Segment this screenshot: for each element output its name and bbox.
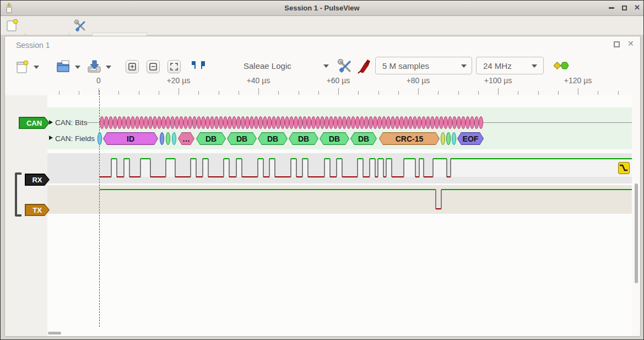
show-cursors-icon[interactable] (191, 60, 206, 74)
can-bit-annotation (360, 116, 364, 129)
can-bit-annotation (161, 116, 166, 129)
ruler-minor-tick (159, 91, 159, 95)
can-bit-annotation (285, 116, 289, 129)
can-field-annotation-crc-15: CRC-15 (379, 132, 440, 145)
ruler-minor-tick (378, 91, 379, 95)
ruler-major-tick (338, 88, 339, 95)
can-bit-annotation (329, 116, 333, 129)
vertical-scrollbar[interactable] (635, 184, 638, 283)
new-file-dropdown-arrow[interactable] (34, 66, 39, 69)
can-bit-annotation (439, 116, 443, 129)
ruler-label: +80 µs (407, 76, 430, 85)
can-bit-annotation (179, 116, 183, 129)
can-bit-annotation (241, 116, 245, 129)
can-bit-annotation (324, 116, 329, 129)
sample-count-arrow (461, 64, 467, 68)
can-bit-annotation (443, 116, 448, 129)
channels-probe-icon[interactable] (358, 58, 372, 74)
ruler-minor-tick (118, 91, 119, 95)
close-button[interactable]: ✕ (634, 5, 640, 10)
sample-count-value: 5 M samples (382, 61, 429, 71)
can-bit-annotation (104, 116, 109, 129)
zoom-fit-button[interactable] (167, 60, 181, 73)
ruler-label: 0 (96, 76, 101, 85)
can-bit-annotation (197, 116, 201, 129)
can-bit-annotation (421, 116, 426, 129)
ruler-minor-tick (438, 91, 439, 95)
can-bit-annotation (408, 116, 413, 129)
can-bit-annotation (377, 116, 382, 129)
open-file-dropdown-arrow[interactable] (75, 66, 80, 69)
can-bit-annotation (333, 116, 338, 129)
can-bit-annotation (232, 116, 236, 129)
ruler-minor-tick (198, 91, 199, 95)
window-title: Session 1 - PulseView (1, 4, 643, 12)
new-session-icon[interactable] (6, 19, 18, 32)
can-bit-annotation (426, 116, 430, 129)
can-bit-annotation (139, 116, 144, 129)
channel-tag-tx[interactable]: TX (25, 204, 50, 216)
dock-close-icon[interactable]: ✕ (627, 41, 634, 47)
dock-float-button[interactable] (614, 41, 620, 47)
zoom-out-button[interactable]: − (147, 60, 160, 73)
ruler-minor-tick (239, 91, 239, 95)
decoder-tag-can[interactable]: CAN (19, 117, 50, 129)
can-bit-annotation (166, 116, 170, 129)
save-dropdown-arrow[interactable] (106, 66, 111, 69)
ruler-label: +120 µs (564, 76, 592, 85)
can-bit-annotation (188, 116, 192, 129)
configure-device-icon[interactable] (337, 58, 353, 74)
can-bit-annotation (347, 116, 351, 129)
can-bit-annotation (395, 116, 399, 129)
can-field-annotation-db: DB (227, 132, 257, 145)
can-field-annotation (166, 132, 170, 145)
zoom-fit-icon (170, 63, 173, 66)
timeline-ruler[interactable]: 0+20 µs+40 µs+60 µs+80 µs+100 µs+120 µs (1, 75, 644, 95)
sample-rate-select[interactable]: 24 MHz (476, 57, 544, 74)
expand-arrow-fields[interactable] (49, 136, 53, 140)
ruler-minor-tick (59, 91, 59, 95)
device-select-arrow (323, 64, 329, 68)
ruler-minor-tick (398, 91, 399, 95)
can-bit-annotation (320, 116, 324, 129)
add-decoder-icon[interactable] (554, 61, 569, 71)
can-bit-annotation (391, 116, 395, 129)
device-select[interactable]: Saleae Logic (239, 57, 333, 75)
zoom-fit-icon (175, 68, 178, 71)
settings-icon[interactable] (74, 19, 87, 33)
can-field-annotation (98, 132, 102, 145)
horizontal-scrollbar[interactable] (48, 332, 61, 334)
can-bit-annotation (280, 116, 285, 129)
can-field-annotation (452, 132, 456, 145)
can-bit-annotation (250, 116, 254, 129)
minimize-button[interactable] (609, 7, 614, 9)
decoder-row-label-fields: CAN: Fields (55, 134, 95, 143)
new-file-icon[interactable] (16, 60, 29, 74)
expand-arrow-bits[interactable] (49, 120, 53, 125)
ruler-major-tick (258, 88, 259, 95)
zoom-in-button[interactable]: + (126, 60, 139, 73)
can-bit-annotation (117, 116, 122, 129)
open-file-icon[interactable] (56, 59, 71, 73)
can-bit-annotation (417, 116, 421, 129)
can-bit-annotation (457, 116, 461, 129)
ruler-major-tick (498, 88, 499, 95)
ruler-minor-tick (558, 91, 559, 95)
maximize-button[interactable] (622, 6, 627, 10)
ruler-major-tick (178, 88, 179, 95)
title-bar[interactable]: Session 1 - PulseView ✕ (1, 1, 643, 16)
can-field-annotation-db: DB (258, 132, 288, 145)
can-bit-annotation (131, 116, 135, 129)
rx-trigger-badge[interactable] (618, 162, 630, 174)
can-bit-annotation (373, 116, 377, 129)
can-bit-annotation (298, 116, 302, 129)
sample-count-select[interactable]: 5 M samples (375, 57, 472, 74)
ruler-minor-tick (219, 91, 219, 95)
can-bit-annotation (461, 116, 466, 129)
can-bit-annotation (413, 116, 417, 129)
can-bit-annotation (100, 116, 104, 129)
channel-tag-rx[interactable]: RX (25, 174, 50, 186)
can-bit-annotation (351, 116, 355, 129)
save-icon[interactable] (87, 59, 102, 73)
sample-rate-value: 24 MHz (483, 61, 512, 71)
